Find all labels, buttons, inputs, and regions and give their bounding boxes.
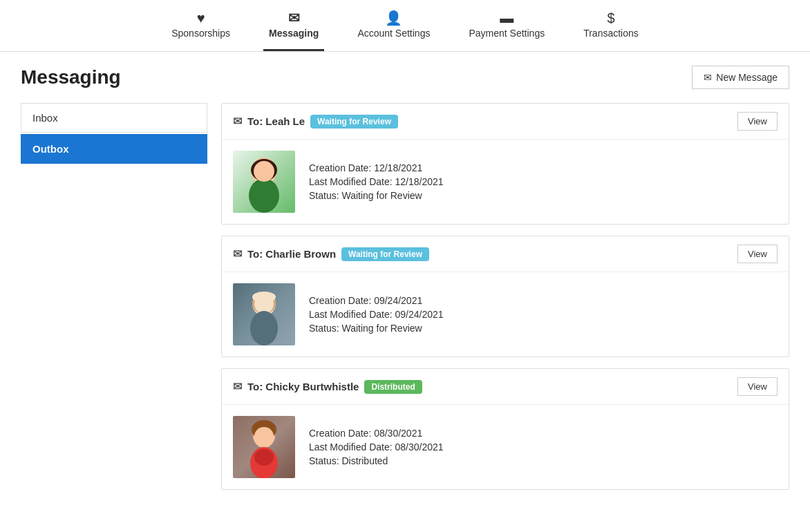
status-text: Status: Waiting for Review (309, 190, 444, 201)
svg-point-2 (249, 178, 279, 213)
svg-point-7 (250, 311, 278, 345)
message-to: ✉ To: Charlie Brown Waiting for Review (233, 247, 429, 261)
recipient-name: To: Chicky Burtwhistle (247, 381, 359, 392)
message-to: ✉ To: Leah Le Waiting for Review (233, 115, 398, 129)
nav-label-transactions: Transactions (583, 28, 639, 39)
sidebar-item-outbox[interactable]: Outbox (21, 134, 207, 164)
dollar-icon: $ (607, 11, 614, 25)
message-to: ✉ To: Chicky Burtwhistle Distributed (233, 380, 422, 394)
sidebar: Inbox Outbox (21, 103, 207, 490)
svg-point-11 (254, 427, 274, 446)
envelope-icon: ✉ (233, 247, 242, 260)
status-text: Status: Waiting for Review (309, 323, 444, 334)
messages-area: ✉ To: Leah Le Waiting for Review View (221, 103, 789, 490)
envelope-icon: ✉ (704, 72, 712, 83)
heart-icon: ♥ (197, 11, 205, 25)
card-icon: ▬ (500, 11, 514, 25)
view-button[interactable]: View (737, 245, 778, 263)
nav-item-sponsorships[interactable]: ♥ Sponsorships (166, 0, 236, 51)
message-card: ✉ To: Chicky Burtwhistle Distributed Vie… (221, 368, 789, 490)
child-photo (233, 416, 295, 478)
message-details: Creation Date: 12/18/2021 Last Modified … (309, 162, 444, 201)
sidebar-item-inbox[interactable]: Inbox (21, 103, 207, 133)
new-message-button[interactable]: ✉ New Message (692, 66, 789, 89)
message-card: ✉ To: Leah Le Waiting for Review View (221, 103, 789, 225)
message-details: Creation Date: 09/24/2021 Last Modified … (309, 295, 444, 334)
child-photo (233, 283, 295, 345)
person-icon: 👤 (385, 11, 402, 25)
view-button[interactable]: View (737, 112, 778, 131)
nav-item-account-settings[interactable]: 👤 Account Settings (352, 0, 435, 51)
creation-date: Creation Date: 08/30/2021 (309, 428, 444, 439)
status-badge: Waiting for Review (310, 115, 398, 129)
nav-label-account-settings: Account Settings (357, 28, 430, 39)
new-message-label: New Message (716, 72, 778, 83)
top-navigation: ♥ Sponsorships ✉ Messaging 👤 Account Set… (0, 0, 810, 52)
svg-point-8 (252, 292, 276, 303)
message-details: Creation Date: 08/30/2021 Last Modified … (309, 428, 444, 466)
status-badge: Distributed (364, 380, 422, 394)
creation-date: Creation Date: 09/24/2021 (309, 295, 444, 306)
message-card-body: Creation Date: 09/24/2021 Last Modified … (222, 272, 789, 357)
message-card: ✉ To: Charlie Brown Waiting for Review V… (221, 236, 789, 357)
sidebar-inbox-label: Inbox (32, 112, 58, 124)
message-card-header: ✉ To: Leah Le Waiting for Review View (222, 104, 789, 140)
envelope-icon: ✉ (233, 115, 242, 128)
status-badge: Waiting for Review (341, 247, 429, 261)
nav-item-payment-settings[interactable]: ▬ Payment Settings (463, 0, 550, 51)
envelope-icon: ✉ (233, 380, 242, 393)
message-card-body: Creation Date: 12/18/2021 Last Modified … (222, 140, 789, 224)
message-card-header: ✉ To: Chicky Burtwhistle Distributed Vie… (222, 369, 789, 405)
page-header: Messaging ✉ New Message (21, 66, 789, 89)
nav-label-sponsorships: Sponsorships (171, 28, 230, 39)
svg-point-13 (254, 449, 274, 466)
status-text: Status: Distributed (309, 455, 444, 466)
creation-date: Creation Date: 12/18/2021 (309, 162, 444, 173)
last-modified-date: Last Modified Date: 09/24/2021 (309, 309, 444, 320)
child-photo (233, 151, 295, 213)
nav-label-messaging: Messaging (269, 28, 319, 39)
recipient-name: To: Charlie Brown (247, 248, 336, 260)
svg-point-3 (254, 161, 274, 182)
body-layout: Inbox Outbox ✉ To: Leah Le Waiting for R… (21, 103, 789, 490)
last-modified-date: Last Modified Date: 08/30/2021 (309, 441, 444, 453)
sidebar-outbox-label: Outbox (32, 143, 69, 155)
messaging-icon: ✉ (288, 11, 300, 25)
nav-item-messaging[interactable]: ✉ Messaging (263, 0, 324, 51)
view-button[interactable]: View (737, 377, 778, 396)
main-content: Messaging ✉ New Message Inbox Outbox ✉ T… (0, 52, 810, 504)
recipient-name: To: Leah Le (247, 115, 305, 127)
message-card-header: ✉ To: Charlie Brown Waiting for Review V… (222, 236, 789, 272)
nav-label-payment-settings: Payment Settings (469, 28, 545, 39)
nav-item-transactions[interactable]: $ Transactions (578, 0, 644, 51)
last-modified-date: Last Modified Date: 12/18/2021 (309, 176, 444, 187)
message-card-body: Creation Date: 08/30/2021 Last Modified … (222, 405, 789, 489)
page-title: Messaging (21, 66, 121, 88)
